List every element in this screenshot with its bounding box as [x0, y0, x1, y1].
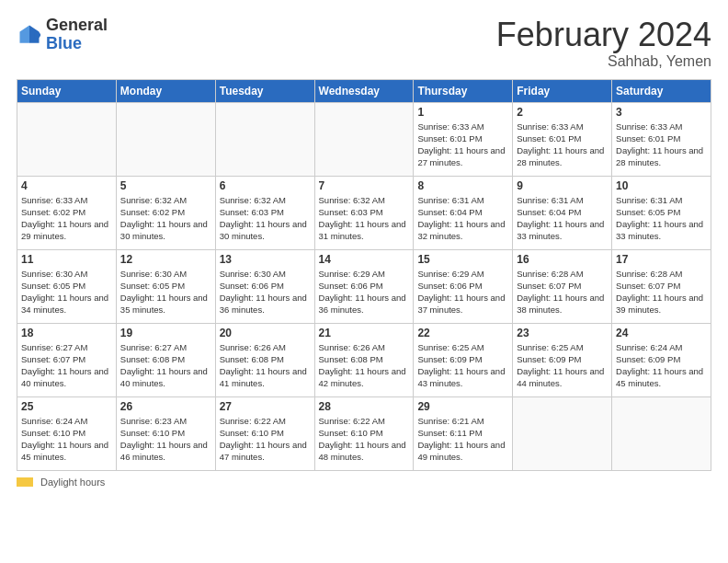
calendar-header-wednesday: Wednesday: [314, 79, 414, 102]
table-row: 9Sunrise: 6:31 AM Sunset: 6:04 PM Daylig…: [513, 176, 612, 249]
day-info: Sunrise: 6:29 AM Sunset: 6:06 PM Dayligh…: [417, 268, 508, 316]
calendar-header-thursday: Thursday: [414, 79, 513, 102]
calendar-week-5: 25Sunrise: 6:24 AM Sunset: 6:10 PM Dayli…: [17, 396, 711, 470]
day-info: Sunrise: 6:30 AM Sunset: 6:06 PM Dayligh…: [220, 268, 311, 316]
day-number: 4: [21, 179, 112, 192]
calendar-week-1: 1Sunrise: 6:33 AM Sunset: 6:01 PM Daylig…: [17, 102, 711, 176]
table-row: 25Sunrise: 6:24 AM Sunset: 6:10 PM Dayli…: [17, 396, 117, 470]
day-info: Sunrise: 6:26 AM Sunset: 6:08 PM Dayligh…: [220, 341, 311, 390]
calendar-header-tuesday: Tuesday: [215, 79, 314, 102]
day-info: Sunrise: 6:31 AM Sunset: 6:04 PM Dayligh…: [517, 194, 608, 243]
day-number: 11: [21, 253, 112, 266]
logo: General Blue: [17, 17, 108, 53]
table-row: 23Sunrise: 6:25 AM Sunset: 6:09 PM Dayli…: [513, 323, 612, 396]
day-info: Sunrise: 6:33 AM Sunset: 6:02 PM Dayligh…: [21, 194, 112, 243]
day-number: 15: [417, 253, 508, 266]
table-row: [314, 102, 414, 176]
day-info: Sunrise: 6:22 AM Sunset: 6:10 PM Dayligh…: [220, 415, 311, 464]
table-row: 20Sunrise: 6:26 AM Sunset: 6:08 PM Dayli…: [215, 323, 314, 396]
table-row: 6Sunrise: 6:32 AM Sunset: 6:03 PM Daylig…: [215, 176, 314, 249]
day-info: Sunrise: 6:30 AM Sunset: 6:05 PM Dayligh…: [21, 268, 112, 316]
table-row: 27Sunrise: 6:22 AM Sunset: 6:10 PM Dayli…: [215, 396, 314, 470]
table-row: 7Sunrise: 6:32 AM Sunset: 6:03 PM Daylig…: [314, 176, 414, 249]
day-number: 8: [417, 179, 508, 192]
day-number: 13: [220, 253, 311, 266]
table-row: 12Sunrise: 6:30 AM Sunset: 6:05 PM Dayli…: [116, 249, 215, 323]
table-row: 14Sunrise: 6:29 AM Sunset: 6:06 PM Dayli…: [314, 249, 414, 323]
day-info: Sunrise: 6:25 AM Sunset: 6:09 PM Dayligh…: [517, 341, 608, 390]
table-row: 13Sunrise: 6:30 AM Sunset: 6:06 PM Dayli…: [215, 249, 314, 323]
table-row: 17Sunrise: 6:28 AM Sunset: 6:07 PM Dayli…: [612, 249, 711, 323]
table-row: 3Sunrise: 6:33 AM Sunset: 6:01 PM Daylig…: [612, 102, 711, 176]
logo-icon: [17, 22, 42, 48]
calendar-week-2: 4Sunrise: 6:33 AM Sunset: 6:02 PM Daylig…: [17, 176, 711, 249]
calendar-week-3: 11Sunrise: 6:30 AM Sunset: 6:05 PM Dayli…: [17, 249, 711, 323]
table-row: 28Sunrise: 6:22 AM Sunset: 6:10 PM Dayli…: [314, 396, 414, 470]
table-row: [17, 102, 117, 176]
day-number: 27: [220, 400, 311, 413]
footer: Daylight hours: [17, 477, 711, 488]
day-info: Sunrise: 6:33 AM Sunset: 6:01 PM Dayligh…: [616, 121, 707, 169]
day-info: Sunrise: 6:28 AM Sunset: 6:07 PM Dayligh…: [517, 268, 608, 316]
day-info: Sunrise: 6:28 AM Sunset: 6:07 PM Dayligh…: [616, 268, 707, 316]
logo-text: General Blue: [46, 17, 108, 53]
table-row: 2Sunrise: 6:33 AM Sunset: 6:01 PM Daylig…: [513, 102, 612, 176]
day-number: 19: [120, 327, 211, 339]
table-row: [612, 396, 711, 470]
calendar-header-monday: Monday: [116, 79, 215, 102]
table-row: 15Sunrise: 6:29 AM Sunset: 6:06 PM Dayli…: [414, 249, 513, 323]
day-number: 21: [319, 327, 410, 339]
calendar-header-saturday: Saturday: [612, 79, 711, 102]
header: General Blue February 2024 Sahhab, Yemen: [17, 17, 711, 70]
table-row: 16Sunrise: 6:28 AM Sunset: 6:07 PM Dayli…: [513, 249, 612, 323]
table-row: 1Sunrise: 6:33 AM Sunset: 6:01 PM Daylig…: [414, 102, 513, 176]
day-number: 28: [319, 400, 410, 413]
table-row: 24Sunrise: 6:24 AM Sunset: 6:09 PM Dayli…: [612, 323, 711, 396]
day-number: 6: [220, 179, 311, 192]
day-info: Sunrise: 6:32 AM Sunset: 6:03 PM Dayligh…: [220, 194, 311, 243]
day-info: Sunrise: 6:27 AM Sunset: 6:07 PM Dayligh…: [21, 341, 112, 390]
day-number: 22: [417, 327, 508, 339]
day-number: 16: [517, 253, 608, 266]
day-info: Sunrise: 6:24 AM Sunset: 6:09 PM Dayligh…: [616, 341, 707, 390]
calendar-header-row: SundayMondayTuesdayWednesdayThursdayFrid…: [17, 79, 711, 102]
table-row: 8Sunrise: 6:31 AM Sunset: 6:04 PM Daylig…: [414, 176, 513, 249]
day-number: 25: [21, 400, 112, 413]
day-info: Sunrise: 6:25 AM Sunset: 6:09 PM Dayligh…: [417, 341, 508, 390]
table-row: 21Sunrise: 6:26 AM Sunset: 6:08 PM Dayli…: [314, 323, 414, 396]
day-number: 10: [616, 179, 707, 192]
logo-blue: Blue: [46, 35, 108, 53]
logo-general: General: [46, 17, 108, 35]
table-row: 18Sunrise: 6:27 AM Sunset: 6:07 PM Dayli…: [17, 323, 117, 396]
calendar: SundayMondayTuesdayWednesdayThursdayFrid…: [17, 79, 711, 471]
day-number: 7: [319, 179, 410, 192]
day-info: Sunrise: 6:33 AM Sunset: 6:01 PM Dayligh…: [517, 121, 608, 169]
day-info: Sunrise: 6:27 AM Sunset: 6:08 PM Dayligh…: [120, 341, 211, 390]
day-number: 5: [120, 179, 211, 192]
table-row: [116, 102, 215, 176]
table-row: 26Sunrise: 6:23 AM Sunset: 6:10 PM Dayli…: [116, 396, 215, 470]
day-info: Sunrise: 6:31 AM Sunset: 6:05 PM Dayligh…: [616, 194, 707, 243]
title-block: February 2024 Sahhab, Yemen: [496, 17, 711, 70]
day-number: 29: [417, 400, 508, 413]
table-row: 29Sunrise: 6:21 AM Sunset: 6:11 PM Dayli…: [414, 396, 513, 470]
day-number: 18: [21, 327, 112, 339]
calendar-header-sunday: Sunday: [17, 79, 117, 102]
day-info: Sunrise: 6:23 AM Sunset: 6:10 PM Dayligh…: [120, 415, 211, 464]
day-number: 24: [616, 327, 707, 339]
table-row: 10Sunrise: 6:31 AM Sunset: 6:05 PM Dayli…: [612, 176, 711, 249]
day-info: Sunrise: 6:22 AM Sunset: 6:10 PM Dayligh…: [319, 415, 410, 464]
page: General Blue February 2024 Sahhab, Yemen…: [0, 0, 728, 563]
day-info: Sunrise: 6:31 AM Sunset: 6:04 PM Dayligh…: [417, 194, 508, 243]
month-title: February 2024: [496, 17, 711, 53]
table-row: 19Sunrise: 6:27 AM Sunset: 6:08 PM Dayli…: [116, 323, 215, 396]
day-number: 3: [616, 106, 707, 119]
day-number: 20: [220, 327, 311, 339]
table-row: 22Sunrise: 6:25 AM Sunset: 6:09 PM Dayli…: [414, 323, 513, 396]
day-info: Sunrise: 6:29 AM Sunset: 6:06 PM Dayligh…: [319, 268, 410, 316]
table-row: [215, 102, 314, 176]
day-number: 26: [120, 400, 211, 413]
day-info: Sunrise: 6:32 AM Sunset: 6:02 PM Dayligh…: [120, 194, 211, 243]
day-info: Sunrise: 6:33 AM Sunset: 6:01 PM Dayligh…: [417, 121, 508, 169]
day-number: 12: [120, 253, 211, 266]
